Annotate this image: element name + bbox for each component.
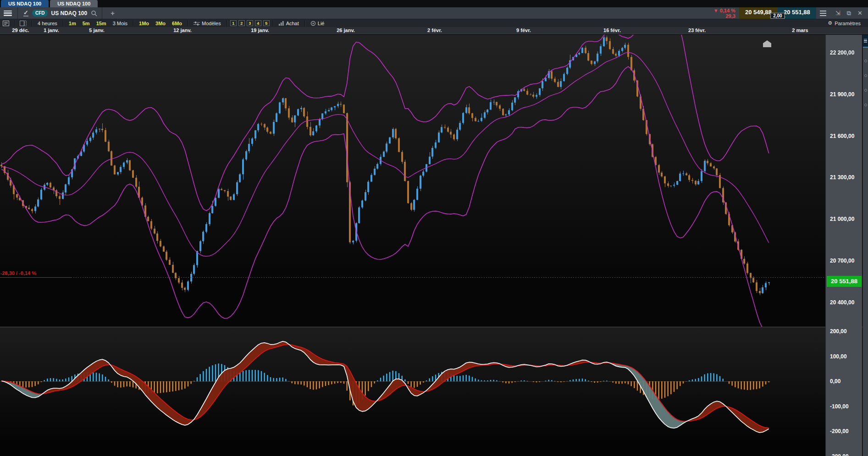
indicator-tick-label: 100,00 xyxy=(830,353,847,360)
price-tick-label: 21 600,00 xyxy=(830,133,854,139)
bid-ask-block: 20 549,88 ▲ 20 551,88 ▲ 2,00 xyxy=(739,7,816,19)
down-triangle-icon: ▼ xyxy=(713,8,719,13)
docked-panel-glyph xyxy=(864,74,867,77)
divider xyxy=(32,20,32,26)
models-button[interactable]: Modèles xyxy=(194,21,221,26)
date-tick-label: 19 janv. xyxy=(251,27,269,33)
chart-tab-inactive[interactable]: US NDAQ 100 xyxy=(50,0,98,7)
indicator-tick-label: -100,00 xyxy=(830,403,849,410)
buy-order-button[interactable]: Achat xyxy=(279,21,299,26)
indicator-tick-label: 200,00 xyxy=(830,328,847,335)
range-3mo-button[interactable]: 3Mo xyxy=(155,21,166,26)
date-tick-label: 2 févr. xyxy=(427,27,442,33)
indicator-tick-label: -200,00 xyxy=(830,428,849,434)
layout-count-2-button[interactable]: 2 xyxy=(238,20,245,26)
divider xyxy=(188,20,188,26)
date-tick-label: 26 janv. xyxy=(337,27,355,33)
search-icon[interactable] xyxy=(91,10,97,16)
price-tick-label: 21 900,00 xyxy=(830,91,854,98)
sliders-icon xyxy=(194,21,200,26)
indicator-tick-label: 0,00 xyxy=(830,378,840,385)
price-tick-label: 20 700,00 xyxy=(830,258,854,264)
divider xyxy=(63,20,63,26)
gear-icon: ⚙ xyxy=(828,20,832,26)
previous-close-label: -28,30 / -0,14 % xyxy=(0,270,36,276)
range-6mo-button[interactable]: 6Mo xyxy=(172,21,182,26)
close-window-icon[interactable]: ✕ xyxy=(857,10,862,16)
time-axis[interactable]: 29 déc.1 janv.5 janv.12 janv.19 janv.26 … xyxy=(0,27,868,34)
timeframe-1m-button[interactable]: 1m xyxy=(69,21,76,26)
docked-panel-glyph xyxy=(864,104,867,106)
divider xyxy=(133,20,133,26)
price-tick-label: 20 400,00 xyxy=(830,299,854,306)
price-axis[interactable]: 20 551,88 22 200,0021 900,0021 600,0021 … xyxy=(825,35,862,456)
collapse-window-icon[interactable]: ⇲ xyxy=(835,10,840,16)
last-price-tag: 20 551,88 xyxy=(827,276,862,287)
layout-count-1-button[interactable]: 1 xyxy=(230,20,237,26)
layout-count-4-button[interactable]: 4 xyxy=(255,20,261,26)
divider xyxy=(102,7,102,19)
timeframe-15m-button[interactable]: 15m xyxy=(96,21,106,26)
panel-divider[interactable] xyxy=(0,327,868,327)
date-tick-label: 16 févr. xyxy=(603,27,621,33)
divider xyxy=(304,20,305,26)
link-eye-icon xyxy=(310,21,316,26)
settings-button[interactable]: ⚙ Paramètres xyxy=(828,20,861,26)
quote-panel: ▼ 0,14 % 29,3 20 549,88 ▲ 20 551,88 ▲ 2,… xyxy=(710,7,868,19)
list-icon[interactable] xyxy=(3,21,9,26)
workspace-tabbar: US NDAQ 100 US NDAQ 100 xyxy=(0,0,868,7)
bar-chart-icon xyxy=(279,21,284,26)
docked-panel-glyph xyxy=(864,89,867,92)
divider xyxy=(14,20,15,26)
date-tick-label: 5 janv. xyxy=(89,27,104,33)
date-tick-label: 23 févr. xyxy=(688,27,706,33)
price-tick-label: 22 200,00 xyxy=(830,49,854,56)
indicator-tick-label: -300,00 xyxy=(830,453,849,456)
indicator-chart-canvas[interactable] xyxy=(0,327,825,456)
spread-value: 2,00 xyxy=(770,13,785,19)
window-controls: ⇲ ⧉ ✕ xyxy=(830,7,868,19)
docked-panel-glyph xyxy=(864,60,867,62)
trading-app-window: US NDAQ 100 US NDAQ 100 ✓ CFD US NDAQ 10… xyxy=(0,0,868,456)
linked-toggle[interactable]: Lié xyxy=(310,21,325,26)
price-tick-label: 21 300,00 xyxy=(830,174,854,181)
divider xyxy=(227,20,227,26)
chart-settings-toolbar: 4 heures 1m 5m 15m 3 Mois 1Mo 3Mo 6Mo Mo… xyxy=(0,19,868,27)
layout-count-5-button[interactable]: 5 xyxy=(263,20,270,26)
price-chart-canvas[interactable] xyxy=(0,35,825,327)
divider xyxy=(273,20,273,26)
docked-panel-menu-icon[interactable] xyxy=(863,35,868,48)
add-instrument-button[interactable]: + xyxy=(111,9,115,17)
change-value: 29,3 xyxy=(725,13,735,19)
date-tick-label: 2 mars xyxy=(792,27,808,33)
cfd-badge: CFD xyxy=(32,10,48,16)
price-tick-label: 21 000,00 xyxy=(830,216,854,222)
menu-icon[interactable] xyxy=(4,11,12,16)
instrument-group: ✓ CFD US NDAQ 100 + xyxy=(0,7,121,19)
layout-icon[interactable] xyxy=(20,21,27,26)
timeframe-5m-button[interactable]: 5m xyxy=(83,21,90,26)
interval-selector[interactable]: 4 heures xyxy=(38,21,57,26)
change-block: ▼ 0,14 % 29,3 xyxy=(710,7,739,19)
range-selector[interactable]: 3 Mois xyxy=(113,21,127,26)
confirm-check-icon[interactable]: ✓ xyxy=(23,10,28,16)
chart-tab-active[interactable]: US NDAQ 100 xyxy=(1,0,49,7)
change-percent: ▼ 0,14 % xyxy=(713,8,735,13)
chart-region: -28,30 / -0,14 % 20 551,88 22 200,0021 9… xyxy=(0,35,868,456)
popout-window-icon[interactable]: ⧉ xyxy=(847,10,851,17)
symbol-name: US NDAQ 100 xyxy=(51,10,87,16)
quote-menu-icon[interactable] xyxy=(820,11,826,16)
chart-header-toolbar: ✓ CFD US NDAQ 100 + ▼ 0,14 % 29,3 20 549… xyxy=(0,7,868,19)
divider xyxy=(17,7,18,19)
layout-count-3-button[interactable]: 3 xyxy=(247,20,253,26)
date-tick-label: 12 janv. xyxy=(173,27,192,33)
docked-panel-edge[interactable] xyxy=(862,35,868,456)
date-tick-label: 1 janv. xyxy=(44,27,59,33)
range-1mo-button[interactable]: 1Mo xyxy=(139,21,149,26)
date-tick-label: 29 déc. xyxy=(12,27,29,33)
date-tick-label: 9 févr. xyxy=(516,27,531,33)
